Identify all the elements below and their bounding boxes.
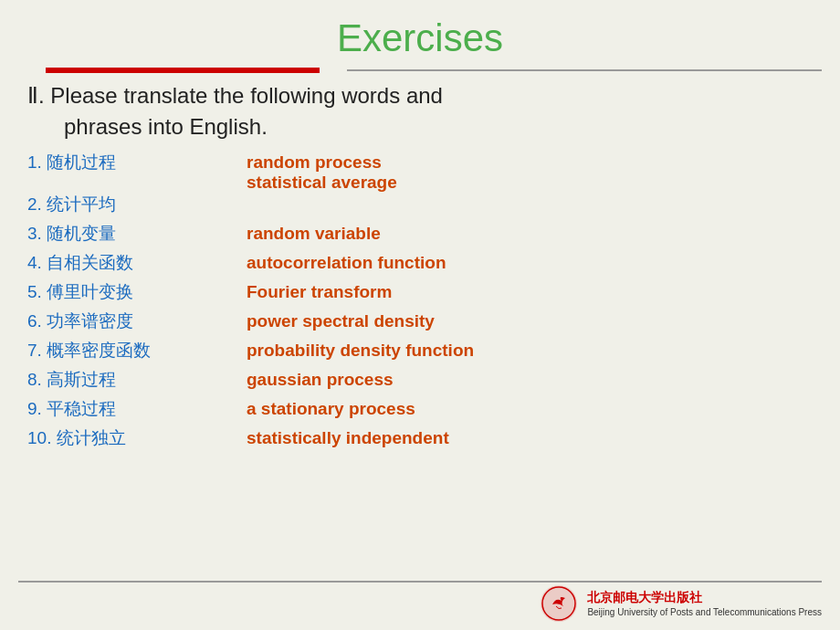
- item-english: statistically independent: [228, 428, 449, 448]
- english-line2: statistical average: [247, 173, 397, 193]
- item-text: 统计平均: [47, 194, 116, 214]
- item-chinese: 9. 平稳过程: [27, 397, 228, 421]
- item-chinese: 4. 自相关函数: [27, 251, 228, 275]
- item-num: 2.: [27, 194, 47, 214]
- item-text: 平稳过程: [47, 399, 116, 418]
- item-text: 概率密度函数: [47, 341, 151, 360]
- item-english: Fourier transform: [228, 282, 392, 302]
- item-num: 6.: [27, 311, 47, 331]
- list-item: 8. 高斯过程 gaussian process: [27, 368, 813, 397]
- instruction: Ⅱ. Please translate the following words …: [27, 80, 813, 142]
- item-chinese: 2. 统计平均: [27, 193, 228, 216]
- publisher-name-en: Beijing University of Posts and Telecomm…: [587, 606, 822, 618]
- item-text: 随机过程: [47, 152, 116, 172]
- item-text: 自相关函数: [47, 253, 133, 272]
- publisher-name-cn: 北京邮电大学出版社: [587, 590, 822, 606]
- item-text: 傅里叶变换: [47, 282, 133, 301]
- items-container: 1. 随机过程 random process statistical avera…: [27, 151, 813, 456]
- item-num: 5.: [27, 282, 47, 301]
- instruction-line1: Ⅱ. Please translate the following words …: [27, 80, 813, 111]
- item-num: 7.: [27, 341, 47, 360]
- item-chinese: 10. 统计独立: [27, 426, 228, 450]
- item-english: random process statistical average: [228, 152, 397, 193]
- footer: 北京邮电大学出版社 Beijing University of Posts an…: [536, 584, 822, 623]
- list-item: 4. 自相关函数 autocorrelation function: [27, 251, 813, 280]
- item-num: 9.: [27, 399, 47, 418]
- item-num: 3.: [27, 224, 47, 243]
- publisher-logo: [536, 584, 582, 623]
- item-chinese: 5. 傅里叶变换: [27, 280, 228, 304]
- page: Exercises Ⅱ. Please translate the follow…: [0, 0, 840, 630]
- footer-text-block: 北京邮电大学出版社 Beijing University of Posts an…: [587, 590, 822, 618]
- bottom-divider: [18, 581, 822, 583]
- list-item: 1. 随机过程 random process statistical avera…: [27, 151, 813, 193]
- item-english: random variable: [228, 224, 381, 244]
- instruction-line2: phrases into English.: [27, 111, 813, 142]
- item-text: 随机变量: [47, 224, 116, 243]
- list-item: 3. 随机变量 random variable: [27, 222, 813, 251]
- page-title: Exercises: [0, 16, 840, 60]
- item-english: a stationary process: [228, 399, 415, 419]
- red-divider: [46, 68, 320, 73]
- item-text: 统计独立: [57, 428, 126, 447]
- list-item: 9. 平稳过程 a stationary process: [27, 397, 813, 426]
- list-item: 7. 概率密度函数 probability density function: [27, 339, 813, 368]
- title-area: Exercises: [0, 0, 840, 68]
- list-item: 6. 功率谱密度 power spectral density: [27, 310, 813, 339]
- item-english: power spectral density: [228, 311, 435, 331]
- item-num: 1.: [27, 152, 47, 172]
- list-item: 10. 统计独立 statistically independent: [27, 426, 813, 456]
- item-text: 高斯过程: [47, 370, 116, 389]
- item-num: 8.: [27, 370, 47, 389]
- english-line1: random process: [247, 152, 397, 173]
- item-chinese: 1. 随机过程: [27, 151, 228, 174]
- item-english: gaussian process: [228, 370, 394, 390]
- item-english: autocorrelation function: [228, 253, 446, 273]
- item-chinese: 6. 功率谱密度: [27, 310, 228, 333]
- list-item: 2. 统计平均: [27, 193, 813, 222]
- item-chinese: 8. 高斯过程: [27, 368, 228, 392]
- item-chinese: 7. 概率密度函数: [27, 339, 228, 362]
- list-item: 5. 傅里叶变换 Fourier transform: [27, 280, 813, 310]
- item-num: 4.: [27, 253, 47, 272]
- item-num: 10.: [27, 428, 57, 447]
- item-text: 功率谱密度: [47, 311, 133, 331]
- divider-row: [18, 68, 822, 73]
- item-chinese: 3. 随机变量: [27, 222, 228, 246]
- item-english: probability density function: [228, 341, 474, 361]
